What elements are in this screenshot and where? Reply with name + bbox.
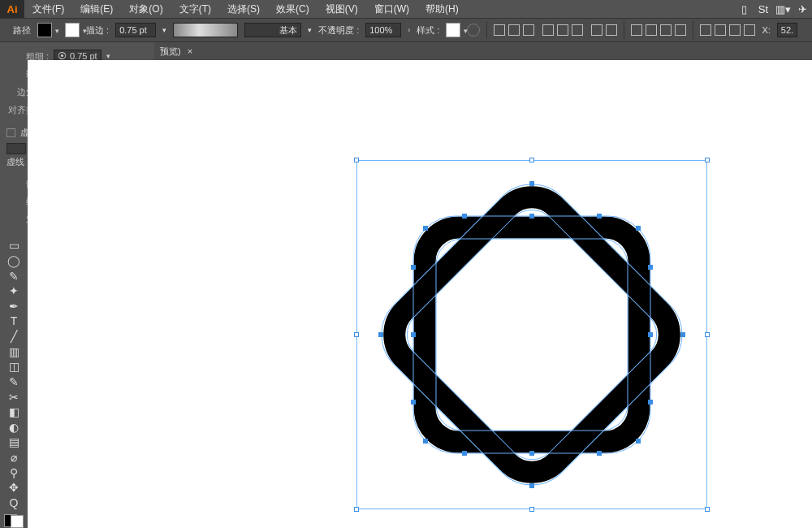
svg-rect-23 bbox=[648, 400, 653, 405]
align-left-icon[interactable] bbox=[494, 24, 505, 36]
brush-preset[interactable]: 基本 bbox=[244, 23, 301, 37]
align-buttons bbox=[494, 24, 617, 36]
menu-view[interactable]: 视图(V) bbox=[317, 0, 366, 18]
tool-ellipse[interactable]: ◯ bbox=[3, 254, 24, 268]
tool-zoom[interactable]: Q bbox=[3, 496, 24, 510]
close-icon[interactable]: × bbox=[188, 46, 192, 56]
svg-rect-7 bbox=[680, 332, 685, 337]
align-vcenter-icon[interactable] bbox=[557, 24, 568, 36]
canvas[interactable] bbox=[28, 60, 812, 528]
document-tabs: 预览) × bbox=[150, 42, 812, 60]
transform-3-icon[interactable] bbox=[729, 24, 741, 36]
svg-rect-5 bbox=[529, 483, 534, 488]
svg-rect-1 bbox=[436, 239, 628, 431]
recolor-icon[interactable] bbox=[467, 24, 480, 37]
stroke-weight-input[interactable]: 0.75 pt bbox=[115, 23, 156, 37]
svg-rect-10 bbox=[423, 439, 428, 444]
transform-2-icon[interactable] bbox=[715, 24, 726, 36]
svg-rect-21 bbox=[411, 400, 416, 405]
align-right-icon[interactable] bbox=[523, 24, 534, 36]
transform-buttons bbox=[700, 24, 755, 36]
x-label: X: bbox=[762, 25, 770, 35]
svg-rect-8 bbox=[423, 226, 428, 231]
svg-rect-12 bbox=[529, 214, 534, 219]
tool-pen[interactable]: ✒ bbox=[3, 300, 24, 314]
opacity-input[interactable]: 100% bbox=[365, 23, 401, 37]
menu-window[interactable]: 窗口(W) bbox=[366, 0, 417, 18]
tool-move[interactable]: ✥ bbox=[3, 481, 24, 495]
tool-type[interactable]: T bbox=[3, 314, 24, 328]
transform-1-icon[interactable] bbox=[700, 24, 711, 36]
tab-title: 预览) bbox=[160, 45, 181, 58]
tool-rectangle[interactable]: ▭ bbox=[3, 239, 24, 253]
tab-document-active[interactable]: 预览) × bbox=[153, 45, 199, 58]
opacity-label: 不透明度 : bbox=[318, 24, 359, 37]
minus-front-icon[interactable] bbox=[646, 24, 657, 36]
svg-rect-18 bbox=[462, 451, 467, 456]
intersect-icon[interactable] bbox=[660, 24, 672, 36]
align-bottom-icon[interactable] bbox=[572, 24, 583, 36]
tool-star[interactable]: ✦ bbox=[3, 284, 24, 298]
stroke-swatch[interactable]: ▾ bbox=[65, 23, 80, 37]
tool-grid[interactable]: ▥ bbox=[3, 344, 24, 358]
brush-preview[interactable] bbox=[173, 23, 238, 37]
svg-rect-16 bbox=[462, 214, 467, 219]
menu-help[interactable]: 帮助(H) bbox=[417, 0, 467, 18]
align-top-icon[interactable] bbox=[542, 24, 554, 36]
svg-rect-14 bbox=[411, 332, 416, 337]
tool-scissors[interactable]: ✂ bbox=[3, 390, 24, 404]
svg-rect-22 bbox=[648, 265, 653, 270]
align-hcenter-icon[interactable] bbox=[508, 24, 520, 36]
svg-rect-6 bbox=[378, 332, 383, 337]
dropdown-icon[interactable]: ▾ bbox=[106, 52, 110, 60]
style-label: 样式 : bbox=[417, 24, 439, 37]
menu-select[interactable]: 选择(S) bbox=[219, 0, 268, 18]
control-bar: 路径 ▾ ▾ 描边 : 0.75 pt ▾ 基本 ▾ 不透明度 : 100% ›… bbox=[0, 18, 812, 42]
dash-checkbox[interactable] bbox=[6, 128, 15, 137]
arrange-icon[interactable]: ▥▾ bbox=[773, 3, 793, 15]
stroke-color-icon[interactable] bbox=[11, 515, 24, 528]
menu-file[interactable]: 文件(F) bbox=[24, 0, 72, 18]
exclude-icon[interactable] bbox=[675, 24, 686, 36]
share-icon[interactable]: ✈ bbox=[793, 3, 812, 15]
tool-slice[interactable]: ⌀ bbox=[3, 451, 24, 465]
svg-rect-9 bbox=[636, 226, 641, 231]
tool-line[interactable]: ╱ bbox=[3, 330, 24, 344]
stock-icon[interactable]: St bbox=[754, 3, 773, 15]
distribute-v-icon[interactable] bbox=[606, 24, 617, 36]
tool-brush[interactable]: ✎ bbox=[3, 375, 24, 389]
x-coordinate-input[interactable]: 52. bbox=[777, 23, 797, 37]
menu-type[interactable]: 文字(T) bbox=[171, 0, 219, 18]
svg-rect-4 bbox=[529, 181, 534, 186]
tool-pencil[interactable]: ✎ bbox=[3, 269, 24, 283]
menu-bar: Ai 文件(F) 编辑(E) 对象(O) 文字(T) 选择(S) 效果(C) 视… bbox=[0, 0, 812, 18]
stroke-label: 描边 : bbox=[86, 24, 109, 37]
svg-rect-11 bbox=[636, 439, 641, 444]
transform-4-icon[interactable] bbox=[744, 24, 755, 36]
tool-artboard[interactable]: ◫ bbox=[3, 360, 24, 374]
distribute-h-icon[interactable] bbox=[591, 24, 603, 36]
svg-rect-19 bbox=[597, 451, 602, 456]
artwork-octagram[interactable] bbox=[356, 159, 707, 510]
tool-gradient[interactable]: ◐ bbox=[3, 421, 24, 435]
dash-col-0: 虚线 bbox=[6, 156, 24, 168]
tool-graph[interactable]: ▤ bbox=[3, 435, 24, 449]
shape-mode-buttons bbox=[631, 24, 686, 36]
menu-object[interactable]: 对象(O) bbox=[121, 0, 171, 18]
color-well[interactable] bbox=[4, 514, 24, 528]
menu-edit[interactable]: 编辑(E) bbox=[72, 0, 121, 18]
svg-rect-13 bbox=[529, 451, 534, 456]
svg-rect-20 bbox=[411, 265, 416, 270]
svg-rect-15 bbox=[648, 332, 653, 337]
unite-icon[interactable] bbox=[631, 24, 642, 36]
app-logo: Ai bbox=[0, 0, 24, 18]
menu-effect[interactable]: 效果(C) bbox=[268, 0, 317, 18]
search-icon[interactable]: ▯ bbox=[734, 3, 754, 15]
tool-eyedropper[interactable]: ⚲ bbox=[3, 465, 24, 479]
tool-strip: ▭ ◯ ✎ ✦ ✒ T ╱ ▥ ◫ ✎ ✂ ◧ ◐ ▤ ⌀ ⚲ ✥ Q bbox=[0, 236, 28, 528]
tool-livepaint[interactable]: ◧ bbox=[3, 405, 24, 419]
object-type-label: 路径 bbox=[13, 24, 31, 37]
fill-swatch[interactable]: ▾ bbox=[37, 23, 52, 37]
dash-cell-1[interactable] bbox=[6, 143, 26, 154]
style-swatch[interactable]: ▾ bbox=[446, 23, 460, 37]
